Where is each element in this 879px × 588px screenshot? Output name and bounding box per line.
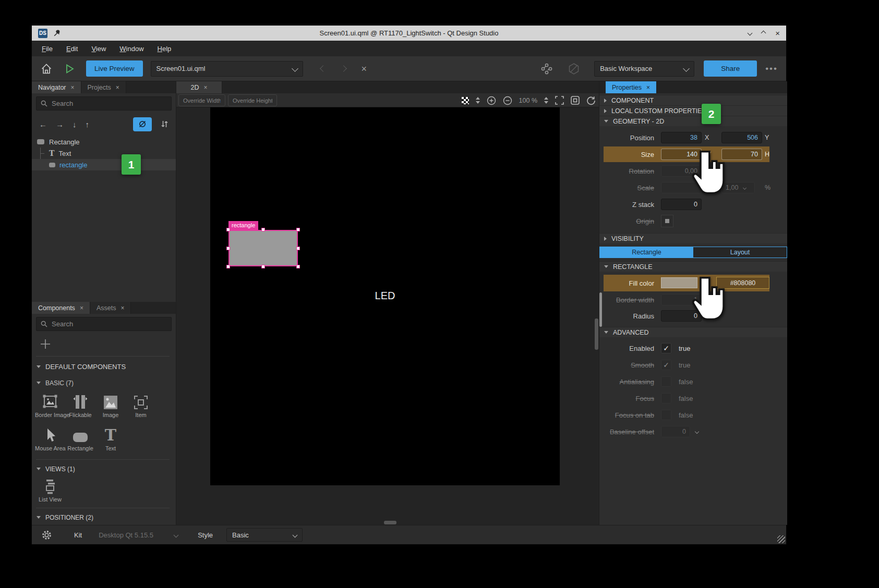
section-views[interactable]: VIEWS (1): [32, 463, 176, 474]
close-document-icon[interactable]: ×: [362, 64, 367, 74]
canvas-viewport[interactable]: LED rectangle: [176, 107, 599, 525]
horizontal-scrollbar-thumb[interactable]: [384, 521, 396, 524]
menu-edit[interactable]: Edit: [59, 45, 85, 53]
focus-checkbox[interactable]: [661, 393, 671, 403]
section-geometry-2d[interactable]: GEOMETRY - 2D: [599, 116, 787, 126]
menu-view[interactable]: View: [85, 45, 113, 53]
move-up-icon[interactable]: ↑: [86, 120, 90, 129]
menu-window[interactable]: Window: [113, 45, 150, 53]
style-selector[interactable]: Basic: [226, 528, 303, 542]
zoom-in-icon[interactable]: [487, 96, 496, 105]
tab-projects[interactable]: Projects ×: [81, 81, 126, 93]
add-module-icon[interactable]: [39, 338, 52, 350]
reset-view-icon[interactable]: [586, 96, 596, 105]
qml-root-canvas[interactable]: LED rectangle: [210, 107, 560, 485]
menu-file[interactable]: File: [35, 45, 59, 53]
components-search-input[interactable]: [52, 320, 167, 328]
gear-icon[interactable]: [41, 530, 52, 541]
position-y-field[interactable]: 506: [721, 132, 762, 143]
close-tab-icon[interactable]: ×: [80, 305, 83, 311]
fit-selection-icon[interactable]: [555, 96, 564, 105]
resize-handle-sw[interactable]: [226, 265, 230, 268]
canvas-text-led[interactable]: LED: [364, 290, 406, 302]
background-color-icon[interactable]: [462, 97, 469, 104]
component-text[interactable]: T Text: [95, 425, 126, 451]
tree-item-rectangle-selected[interactable]: rectangle: [32, 159, 176, 170]
tab-2d[interactable]: 2D ×: [176, 81, 222, 93]
nodes-icon[interactable]: [540, 62, 553, 76]
move-down-icon[interactable]: ↓: [73, 120, 77, 129]
back-icon[interactable]: [320, 65, 327, 72]
tab-components[interactable]: Components ×: [32, 302, 90, 314]
section-local-custom-properties[interactable]: LOCAL CUSTOM PROPERTIES: [599, 105, 787, 116]
component-list-view[interactable]: List View: [35, 476, 65, 503]
properties-scrollbar-thumb[interactable]: [599, 292, 602, 327]
zstack-field[interactable]: 0: [661, 199, 702, 210]
section-positioner[interactable]: POSITIONER (2): [32, 512, 176, 523]
component-image[interactable]: Image: [95, 392, 126, 418]
home-icon[interactable]: [40, 63, 53, 75]
tab-navigator[interactable]: Navigator ×: [32, 81, 81, 93]
window-close-icon[interactable]: ×: [775, 29, 780, 37]
workspace-selector[interactable]: Basic Workspace: [594, 61, 694, 77]
resize-handle-nw[interactable]: [226, 228, 230, 231]
resize-handle-se[interactable]: [296, 265, 300, 268]
close-tab-icon[interactable]: ×: [71, 84, 75, 91]
window-rolldown-icon[interactable]: [748, 31, 753, 36]
focus-on-tab-checkbox[interactable]: [661, 410, 671, 420]
scale-preset-dropdown[interactable]: 1,00: [721, 182, 755, 193]
section-basic[interactable]: BASIC (7): [32, 377, 176, 388]
more-options-icon[interactable]: •••: [765, 64, 778, 74]
subtab-rectangle[interactable]: Rectangle: [600, 247, 693, 258]
resize-handle-w[interactable]: [226, 247, 230, 250]
section-component[interactable]: COMPONENT: [599, 95, 787, 105]
window-resize-grip[interactable]: [777, 535, 785, 543]
open-file-selector[interactable]: Screen01.ui.qml: [151, 61, 303, 77]
vertical-scrollbar-thumb[interactable]: [595, 318, 598, 350]
close-tab-icon[interactable]: ×: [646, 84, 650, 91]
tab-assets[interactable]: Assets ×: [90, 302, 131, 314]
chevron-down-icon[interactable]: [695, 430, 699, 434]
zoom-spinner[interactable]: [544, 97, 548, 104]
tree-item-rectangle-root[interactable]: Rectangle: [32, 136, 176, 148]
resize-handle-e[interactable]: [296, 247, 300, 250]
override-height-field[interactable]: [228, 94, 277, 106]
section-advanced[interactable]: ADVANCED: [599, 327, 787, 337]
play-icon[interactable]: [63, 63, 76, 75]
close-tab-icon[interactable]: ×: [121, 305, 124, 311]
component-border-image[interactable]: Border Image: [35, 392, 65, 418]
sort-order-icon[interactable]: [161, 120, 168, 128]
subtab-layout[interactable]: Layout: [693, 247, 787, 258]
section-rectangle[interactable]: RECTANGLE: [599, 261, 787, 272]
component-flickable[interactable]: Flickable: [65, 392, 95, 418]
close-tab-icon[interactable]: ×: [116, 84, 119, 91]
kit-selector[interactable]: Desktop Qt 5.15.5: [99, 531, 178, 539]
origin-button[interactable]: [661, 215, 673, 227]
size-height-field[interactable]: 70: [721, 149, 762, 160]
menu-help[interactable]: Help: [151, 45, 178, 53]
move-left-icon[interactable]: ←: [39, 120, 47, 129]
antialiasing-checkbox[interactable]: [661, 376, 671, 387]
resize-handle-ne[interactable]: [296, 228, 300, 231]
resize-handle-s[interactable]: [261, 265, 265, 268]
filter-visible-toggle[interactable]: [133, 117, 152, 131]
section-visibility[interactable]: VISIBILITY: [599, 233, 787, 243]
selected-rectangle[interactable]: rectangle: [228, 230, 298, 266]
position-x-field[interactable]: 38: [661, 132, 702, 143]
component-rectangle[interactable]: Rectangle: [65, 425, 95, 451]
background-spinner[interactable]: [476, 97, 480, 104]
forward-icon[interactable]: [340, 65, 347, 72]
component-mouse-area[interactable]: Mouse Area: [35, 425, 65, 451]
resize-handle-n[interactable]: [261, 228, 265, 231]
zoom-out-icon[interactable]: [503, 96, 512, 105]
section-default-components[interactable]: DEFAULT COMPONENTS: [32, 361, 176, 372]
baseline-offset-field[interactable]: 0: [661, 426, 690, 437]
titlebar[interactable]: DS Screen01.ui.qml @ RT1170_LightSwitch …: [32, 26, 786, 41]
smooth-checkbox[interactable]: ✓: [661, 360, 671, 370]
enabled-checkbox[interactable]: ✓: [661, 343, 671, 353]
tree-item-text[interactable]: T Text: [32, 148, 176, 159]
share-button[interactable]: Share: [704, 60, 757, 77]
window-rollup-icon[interactable]: [761, 31, 766, 36]
close-tab-icon[interactable]: ×: [203, 84, 207, 91]
component-item[interactable]: Item: [126, 392, 156, 418]
